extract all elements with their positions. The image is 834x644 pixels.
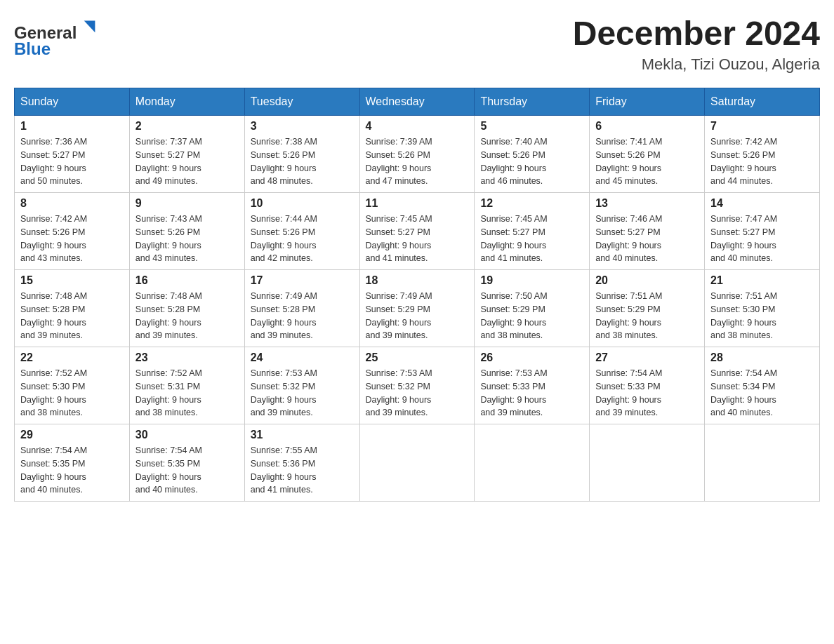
calendar-cell: 26Sunrise: 7:53 AMSunset: 5:33 PMDayligh… [475, 347, 590, 424]
day-number: 31 [251, 429, 354, 441]
page-header: General Blue December 2024 Mekla, Tizi O… [14, 14, 820, 74]
day-number: 23 [135, 351, 239, 364]
day-info: Sunrise: 7:44 AMSunset: 5:26 PMDaylight:… [251, 213, 354, 265]
day-info: Sunrise: 7:53 AMSunset: 5:32 PMDaylight:… [251, 367, 354, 420]
calendar-cell: 3Sunrise: 7:38 AMSunset: 5:26 PMDaylight… [244, 116, 359, 193]
calendar-week-row: 1Sunrise: 7:36 AMSunset: 5:27 PMDaylight… [15, 116, 820, 193]
calendar-cell: 28Sunrise: 7:54 AMSunset: 5:34 PMDayligh… [705, 347, 820, 424]
calendar-cell: 20Sunrise: 7:51 AMSunset: 5:29 PMDayligh… [590, 270, 705, 347]
calendar-cell: 18Sunrise: 7:49 AMSunset: 5:29 PMDayligh… [359, 270, 475, 347]
weekday-header-monday: Monday [129, 88, 244, 116]
day-info: Sunrise: 7:36 AMSunset: 5:27 PMDaylight:… [20, 135, 124, 188]
day-number: 30 [135, 429, 239, 441]
calendar-cell: 1Sunrise: 7:36 AMSunset: 5:27 PMDaylight… [15, 116, 130, 193]
calendar-cell: 15Sunrise: 7:48 AMSunset: 5:28 PMDayligh… [15, 270, 130, 347]
calendar-cell: 11Sunrise: 7:45 AMSunset: 5:27 PMDayligh… [359, 193, 475, 270]
day-info: Sunrise: 7:49 AMSunset: 5:29 PMDaylight:… [366, 290, 469, 342]
day-number: 25 [366, 351, 469, 364]
calendar-cell: 21Sunrise: 7:51 AMSunset: 5:30 PMDayligh… [705, 270, 820, 347]
calendar-week-row: 8Sunrise: 7:42 AMSunset: 5:26 PMDaylight… [15, 193, 820, 270]
svg-text:Blue: Blue [14, 39, 51, 58]
day-info: Sunrise: 7:54 AMSunset: 5:33 PMDaylight:… [595, 367, 699, 420]
calendar-week-row: 29Sunrise: 7:54 AMSunset: 5:35 PMDayligh… [15, 424, 820, 502]
calendar-cell: 22Sunrise: 7:52 AMSunset: 5:30 PMDayligh… [15, 347, 130, 424]
title-section: December 2024 Mekla, Tizi Ouzou, Algeria [573, 14, 820, 74]
day-info: Sunrise: 7:55 AMSunset: 5:36 PMDaylight:… [251, 444, 354, 497]
weekday-header-friday: Friday [590, 88, 705, 116]
calendar-cell: 4Sunrise: 7:39 AMSunset: 5:26 PMDaylight… [359, 116, 475, 193]
day-info: Sunrise: 7:53 AMSunset: 5:33 PMDaylight:… [480, 367, 583, 420]
day-number: 8 [20, 197, 124, 210]
day-number: 28 [710, 351, 814, 364]
calendar-cell: 2Sunrise: 7:37 AMSunset: 5:27 PMDaylight… [129, 116, 244, 193]
day-number: 15 [20, 274, 124, 287]
day-number: 10 [251, 197, 354, 210]
day-info: Sunrise: 7:43 AMSunset: 5:26 PMDaylight:… [135, 213, 239, 265]
day-number: 6 [595, 120, 699, 133]
day-info: Sunrise: 7:52 AMSunset: 5:31 PMDaylight:… [135, 367, 239, 420]
day-info: Sunrise: 7:45 AMSunset: 5:27 PMDaylight:… [366, 213, 469, 265]
calendar-cell: 30Sunrise: 7:54 AMSunset: 5:35 PMDayligh… [129, 424, 244, 502]
location: Mekla, Tizi Ouzou, Algeria [573, 55, 820, 74]
day-number: 4 [366, 120, 469, 133]
day-number: 18 [366, 274, 469, 287]
day-number: 29 [20, 429, 124, 441]
day-info: Sunrise: 7:48 AMSunset: 5:28 PMDaylight:… [20, 290, 124, 342]
day-info: Sunrise: 7:51 AMSunset: 5:29 PMDaylight:… [595, 290, 699, 342]
calendar-table: SundayMondayTuesdayWednesdayThursdayFrid… [14, 88, 820, 502]
calendar-cell [359, 424, 475, 502]
calendar-cell: 9Sunrise: 7:43 AMSunset: 5:26 PMDaylight… [129, 193, 244, 270]
day-info: Sunrise: 7:39 AMSunset: 5:26 PMDaylight:… [366, 135, 469, 188]
calendar-cell: 10Sunrise: 7:44 AMSunset: 5:26 PMDayligh… [244, 193, 359, 270]
day-info: Sunrise: 7:40 AMSunset: 5:26 PMDaylight:… [480, 135, 583, 188]
day-info: Sunrise: 7:51 AMSunset: 5:30 PMDaylight:… [710, 290, 814, 342]
calendar-cell: 17Sunrise: 7:49 AMSunset: 5:28 PMDayligh… [244, 270, 359, 347]
day-number: 1 [20, 120, 124, 133]
day-info: Sunrise: 7:50 AMSunset: 5:29 PMDaylight:… [480, 290, 583, 342]
day-number: 9 [135, 197, 239, 210]
calendar-cell: 13Sunrise: 7:46 AMSunset: 5:27 PMDayligh… [590, 193, 705, 270]
day-info: Sunrise: 7:54 AMSunset: 5:35 PMDaylight:… [20, 444, 124, 497]
calendar-cell: 19Sunrise: 7:50 AMSunset: 5:29 PMDayligh… [475, 270, 590, 347]
weekday-header-wednesday: Wednesday [359, 88, 475, 116]
calendar-cell: 6Sunrise: 7:41 AMSunset: 5:26 PMDaylight… [590, 116, 705, 193]
weekday-header-saturday: Saturday [705, 88, 820, 116]
calendar-cell: 14Sunrise: 7:47 AMSunset: 5:27 PMDayligh… [705, 193, 820, 270]
day-number: 5 [480, 120, 583, 133]
calendar-cell: 23Sunrise: 7:52 AMSunset: 5:31 PMDayligh… [129, 347, 244, 424]
day-number: 13 [595, 197, 699, 210]
day-info: Sunrise: 7:54 AMSunset: 5:34 PMDaylight:… [710, 367, 814, 420]
day-number: 20 [595, 274, 699, 287]
weekday-header-sunday: Sunday [15, 88, 130, 116]
day-number: 11 [366, 197, 469, 210]
day-number: 2 [135, 120, 239, 133]
day-number: 21 [710, 274, 814, 287]
svg-marker-1 [84, 21, 95, 33]
weekday-header-tuesday: Tuesday [244, 88, 359, 116]
day-info: Sunrise: 7:42 AMSunset: 5:26 PMDaylight:… [710, 135, 814, 188]
day-info: Sunrise: 7:49 AMSunset: 5:28 PMDaylight:… [251, 290, 354, 342]
calendar-cell: 24Sunrise: 7:53 AMSunset: 5:32 PMDayligh… [244, 347, 359, 424]
calendar-week-row: 15Sunrise: 7:48 AMSunset: 5:28 PMDayligh… [15, 270, 820, 347]
day-number: 14 [710, 197, 814, 210]
day-info: Sunrise: 7:53 AMSunset: 5:32 PMDaylight:… [366, 367, 469, 420]
calendar-cell: 12Sunrise: 7:45 AMSunset: 5:27 PMDayligh… [475, 193, 590, 270]
weekday-header-row: SundayMondayTuesdayWednesdayThursdayFrid… [15, 88, 820, 116]
calendar-cell: 16Sunrise: 7:48 AMSunset: 5:28 PMDayligh… [129, 270, 244, 347]
day-info: Sunrise: 7:54 AMSunset: 5:35 PMDaylight:… [135, 444, 239, 497]
day-number: 16 [135, 274, 239, 287]
day-number: 12 [480, 197, 583, 210]
calendar-cell: 7Sunrise: 7:42 AMSunset: 5:26 PMDaylight… [705, 116, 820, 193]
day-info: Sunrise: 7:46 AMSunset: 5:27 PMDaylight:… [595, 213, 699, 265]
day-number: 26 [480, 351, 583, 364]
day-number: 17 [251, 274, 354, 287]
day-info: Sunrise: 7:42 AMSunset: 5:26 PMDaylight:… [20, 213, 124, 265]
day-number: 27 [595, 351, 699, 364]
day-info: Sunrise: 7:38 AMSunset: 5:26 PMDaylight:… [251, 135, 354, 188]
day-number: 7 [710, 120, 814, 133]
calendar-cell [705, 424, 820, 502]
calendar-cell: 29Sunrise: 7:54 AMSunset: 5:35 PMDayligh… [15, 424, 130, 502]
calendar-cell: 25Sunrise: 7:53 AMSunset: 5:32 PMDayligh… [359, 347, 475, 424]
month-title: December 2024 [573, 14, 820, 53]
weekday-header-thursday: Thursday [475, 88, 590, 116]
